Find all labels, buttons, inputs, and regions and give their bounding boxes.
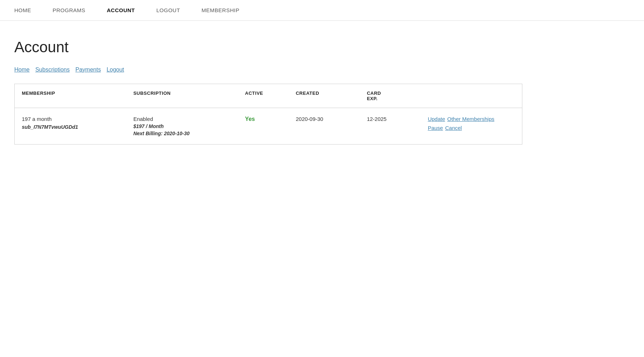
action-links-row-1: Update Other Memberships — [428, 116, 515, 122]
subnav-logout[interactable]: Logout — [107, 67, 124, 73]
main-content: Account Home Subscriptions Payments Logo… — [0, 21, 537, 162]
membership-name: 197 a month — [22, 116, 119, 122]
top-navigation: HOME PROGRAMS ACCOUNT LOGOUT MEMBERSHIP — [0, 0, 644, 21]
card-cell: 12-2025 — [360, 108, 420, 145]
subscription-cell: Enabled $197 / Month Next Billing: 2020-… — [126, 108, 238, 145]
subnav-payments[interactable]: Payments — [75, 67, 101, 73]
cancel-link[interactable]: Cancel — [445, 125, 462, 131]
col-header-created: CREATED — [289, 84, 360, 108]
page-title: Account — [14, 39, 522, 56]
pause-link[interactable]: Pause — [428, 125, 443, 131]
col-header-active: ACTIVE — [238, 84, 289, 108]
created-date: 2020-09-30 — [296, 116, 323, 122]
subscription-status: Enabled — [133, 116, 231, 122]
nav-logout[interactable]: LOGOUT — [156, 7, 180, 13]
update-link[interactable]: Update — [428, 116, 445, 122]
account-subnav: Home Subscriptions Payments Logout — [14, 67, 522, 73]
card-expiry: 12-2025 — [367, 116, 386, 122]
actions-cell: Update Other Memberships Pause Cancel — [421, 108, 522, 145]
table-header-row: MEMBERSHIP SUBSCRIPTION ACTIVE CREATED C… — [15, 84, 522, 108]
col-header-subscription: SUBSCRIPTION — [126, 84, 238, 108]
nav-programs[interactable]: PROGRAMS — [53, 7, 86, 13]
subnav-home[interactable]: Home — [14, 67, 30, 73]
subscription-next: Next Billing: 2020-10-30 — [133, 131, 231, 136]
subnav-subscriptions[interactable]: Subscriptions — [35, 67, 70, 73]
action-links: Update Other Memberships Pause Cancel — [428, 116, 515, 131]
col-card-line2: EXP. — [367, 96, 377, 101]
action-links-row-2: Pause Cancel — [428, 125, 515, 131]
created-cell: 2020-09-30 — [289, 108, 360, 145]
nav-home[interactable]: HOME — [14, 7, 31, 13]
active-cell: Yes — [238, 108, 289, 145]
col-header-membership: MEMBERSHIP — [15, 84, 126, 108]
membership-id: sub_I7N7MTvwuUGDd1 — [22, 124, 119, 130]
col-card-line1: CARD — [367, 91, 381, 96]
nav-account[interactable]: ACCOUNT — [107, 7, 135, 13]
other-memberships-link[interactable]: Other Memberships — [447, 116, 494, 122]
nav-membership[interactable]: MEMBERSHIP — [201, 7, 239, 13]
table-row: 197 a month sub_I7N7MTvwuUGDd1 Enabled $… — [15, 108, 522, 145]
col-header-card: CARD EXP. — [360, 84, 420, 108]
subscriptions-table: MEMBERSHIP SUBSCRIPTION ACTIVE CREATED C… — [14, 84, 522, 145]
membership-cell: 197 a month sub_I7N7MTvwuUGDd1 — [15, 108, 126, 145]
col-header-actions — [421, 84, 522, 108]
subscription-price: $197 / Month — [133, 123, 231, 129]
active-status: Yes — [245, 116, 255, 122]
